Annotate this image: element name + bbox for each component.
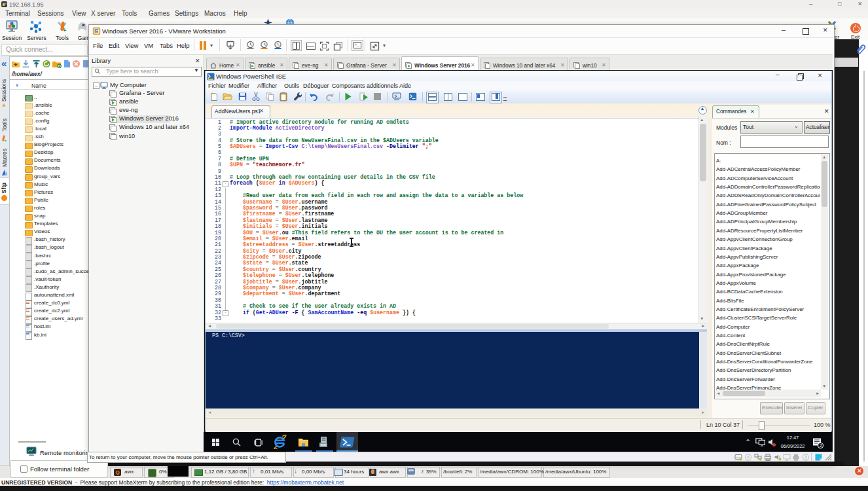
svg-text:2: 2 [820, 443, 822, 448]
